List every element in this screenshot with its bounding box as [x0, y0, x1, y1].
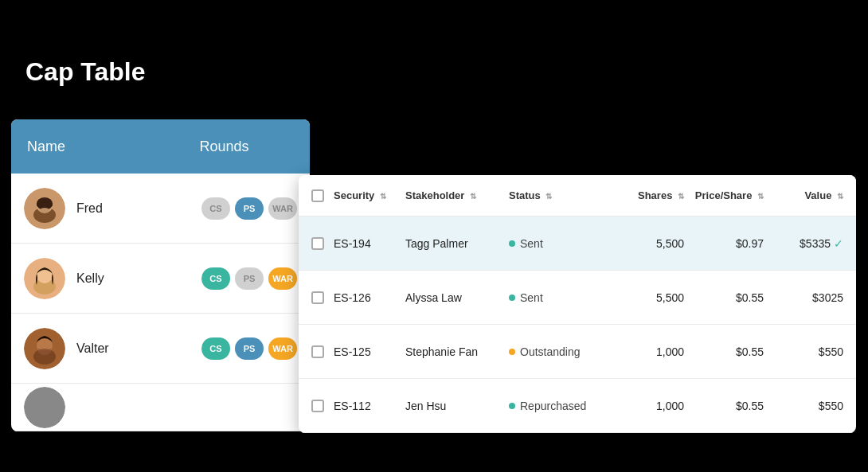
badge-war-valter[interactable]: WAR — [268, 337, 297, 360]
badge-cs-kelly[interactable]: CS — [201, 267, 230, 290]
avatar-kelly — [24, 258, 65, 299]
col-shares-header[interactable]: Shares ⇅ — [612, 189, 684, 201]
cell-value-2: $3025 — [764, 291, 843, 304]
status-sort-icon: ⇅ — [545, 192, 552, 201]
cell-status-2: Sent — [509, 291, 612, 304]
col-name-header: Name — [11, 138, 139, 155]
badge-ps-fred[interactable]: PS — [235, 197, 264, 220]
svg-rect-4 — [37, 202, 53, 207]
table-row: ES-125 Stephanie Fan Outstanding 1,000 $… — [299, 325, 856, 379]
cell-price-4: $0.55 — [684, 400, 764, 412]
badge-ps-kelly[interactable]: PS — [235, 267, 264, 290]
col-rounds-header: Rounds — [139, 138, 310, 155]
cell-price-1: $0.97 — [684, 237, 764, 250]
table-row: ES-112 Jen Hsu Repurchased 1,000 $0.55 $… — [299, 379, 856, 433]
left-table-header: Name Rounds — [11, 119, 310, 174]
status-dot-4 — [509, 403, 515, 409]
cell-value-1: $5335 ✓ — [764, 237, 843, 250]
security-sort-icon: ⇅ — [380, 192, 386, 201]
badge-war-kelly[interactable]: WAR — [268, 267, 297, 290]
stakeholder-sort-icon: ⇅ — [470, 192, 476, 201]
col-price-header[interactable]: Price/Share ⇅ — [684, 189, 764, 201]
status-dot-2 — [509, 295, 515, 301]
right-panel: Security ⇅ Stakeholder ⇅ Status ⇅ Shares… — [299, 175, 856, 433]
cell-status-3: Outstanding — [509, 345, 612, 358]
cell-security-1: ES-194 — [334, 237, 405, 250]
cell-shares-2: 5,500 — [612, 291, 684, 304]
badges-valter: CS PS WAR — [132, 337, 297, 360]
cell-price-3: $0.55 — [684, 345, 764, 358]
value-sort-icon: ⇅ — [837, 192, 843, 201]
badges-fred: CS PS WAR — [132, 197, 297, 220]
col-stakeholder-header[interactable]: Stakeholder ⇅ — [405, 189, 509, 201]
cell-status-4: Repurchased — [509, 400, 612, 412]
right-table-header: Security ⇅ Stakeholder ⇅ Status ⇅ Shares… — [299, 175, 856, 216]
row-checkbox-4[interactable] — [311, 400, 334, 412]
badges-kelly: CS PS WAR — [132, 267, 297, 290]
person-row-valter: Valter CS PS WAR — [11, 314, 310, 384]
badge-cs-fred[interactable]: CS — [201, 197, 230, 220]
cell-shares-4: 1,000 — [612, 400, 684, 412]
table-row: ES-126 Alyssa Law Sent 5,500 $0.55 $3025 — [299, 271, 856, 325]
cell-stakeholder-4: Jen Hsu — [405, 400, 509, 412]
svg-rect-6 — [40, 209, 49, 212]
left-panel: Name Rounds Fred CS PS WAR — [11, 119, 310, 431]
table-row: ES-194 Tagg Palmer Sent 5,500 $0.97 $533… — [299, 216, 856, 271]
price-sort-icon: ⇅ — [757, 192, 764, 201]
row-checkbox-3[interactable] — [311, 345, 334, 358]
select-all-checkbox[interactable] — [311, 189, 324, 202]
checkmark-1: ✓ — [834, 237, 843, 250]
cell-shares-1: 5,500 — [612, 237, 684, 250]
svg-point-14 — [24, 387, 65, 428]
cell-stakeholder-2: Alyssa Law — [405, 291, 509, 304]
cell-security-3: ES-125 — [334, 345, 405, 358]
cell-price-2: $0.55 — [684, 291, 764, 304]
person-row-kelly: Kelly CS PS WAR — [11, 244, 310, 314]
cell-value-4: $550 — [764, 400, 843, 412]
badge-war-fred[interactable]: WAR — [268, 197, 297, 220]
row-checkbox-2[interactable] — [311, 291, 334, 304]
avatar-fred — [24, 188, 65, 229]
cell-shares-3: 1,000 — [612, 345, 684, 358]
col-security-header[interactable]: Security ⇅ — [334, 189, 405, 201]
cell-stakeholder-1: Tagg Palmer — [405, 237, 509, 250]
person-name-valter: Valter — [76, 341, 132, 356]
col-status-header[interactable]: Status ⇅ — [509, 189, 612, 201]
col-value-header[interactable]: Value ⇅ — [764, 189, 843, 201]
avatar-valter — [24, 328, 65, 369]
person-name-kelly: Kelly — [76, 271, 132, 286]
avatar-4 — [24, 387, 65, 428]
shares-sort-icon: ⇅ — [678, 192, 684, 201]
badge-ps-valter[interactable]: PS — [235, 337, 264, 360]
cell-security-2: ES-126 — [334, 291, 405, 304]
person-row-4 — [11, 384, 310, 431]
status-dot-3 — [509, 349, 515, 355]
person-name-fred: Fred — [76, 201, 132, 216]
cell-value-3: $550 — [764, 345, 843, 358]
header-checkbox[interactable] — [311, 189, 334, 202]
person-row-fred: Fred CS PS WAR — [11, 174, 310, 244]
cell-status-1: Sent — [509, 237, 612, 250]
cell-security-4: ES-112 — [334, 400, 405, 412]
badge-cs-valter[interactable]: CS — [201, 337, 230, 360]
status-dot-1 — [509, 240, 515, 247]
page-title: Cap Table — [25, 57, 146, 87]
cell-stakeholder-3: Stephanie Fan — [405, 345, 509, 358]
row-checkbox-1[interactable] — [311, 237, 334, 250]
